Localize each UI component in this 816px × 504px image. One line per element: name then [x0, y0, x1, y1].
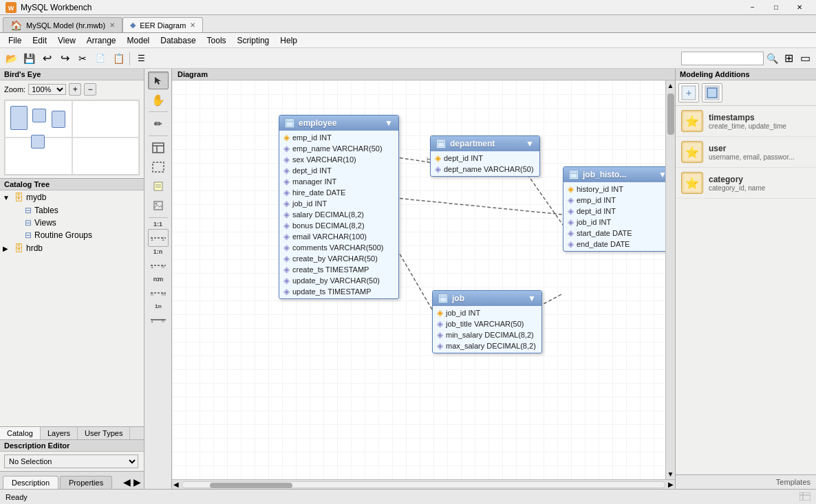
minimize-button[interactable]: − — [742, 1, 764, 14]
menu-database[interactable]: Database — [155, 34, 201, 47]
menu-view[interactable]: View — [52, 34, 81, 47]
table-employee-expand[interactable]: ▼ — [385, 118, 393, 128]
search-input[interactable] — [681, 52, 764, 65]
tool-rel-1n-id[interactable]: 1n — [148, 311, 169, 329]
h-scroll-thumb[interactable] — [210, 483, 292, 488]
home-icon: 🏠 — [10, 20, 22, 31]
field-manager: ◈manager INT — [279, 176, 398, 187]
table-department[interactable]: department ▼ ◈dept_id INT ◈dept_name VAR… — [430, 135, 540, 177]
prev-tab-arrow[interactable]: ◀ — [123, 476, 131, 487]
status-right — [799, 492, 810, 502]
table-employee[interactable]: employee ▼ ◈emp_id INT ◈emp_name VARCHAR… — [279, 115, 399, 299]
tab-home-close[interactable]: ✕ — [109, 21, 115, 29]
tool-view[interactable] — [148, 158, 169, 176]
tree-item-mydb[interactable]: ▼ 🗄 mydb — [0, 190, 144, 204]
table-dept-expand[interactable]: ▼ — [526, 139, 534, 149]
template-user[interactable]: ⭐ user username, email, passwor... — [676, 137, 816, 168]
zoom-out-button[interactable]: − — [84, 83, 96, 96]
h-scroll-track[interactable] — [182, 481, 665, 488]
tab-eer[interactable]: ◆ EER Diagram ✕ — [122, 17, 203, 32]
model-icon-add[interactable]: + — [678, 83, 699, 102]
toolbar-save[interactable]: 💾 — [21, 50, 37, 67]
h-scroll-left[interactable]: ◀ — [172, 481, 180, 488]
tool-table[interactable] — [148, 139, 169, 157]
toolbar-redo-btn[interactable]: ↪ — [56, 50, 73, 67]
table-job-body: ◈job_id INT ◈job_title VARCHAR(50) ◈min_… — [433, 306, 541, 353]
next-tab-arrow[interactable]: ▶ — [133, 476, 141, 487]
menu-help[interactable]: Help — [275, 34, 303, 47]
v-scroll-down[interactable]: ▼ — [666, 469, 675, 479]
menu-tools[interactable]: Tools — [202, 34, 232, 47]
birds-eye-header: Bird's Eye — [0, 69, 144, 80]
vertical-scrollbar[interactable]: ▲ ▼ — [665, 80, 675, 479]
model-icons-row: + — [676, 80, 816, 106]
zoom-select[interactable]: 100% 50% 75% 125% 150% — [28, 84, 66, 95]
modeling-additions-label: Modeling Additions — [680, 70, 750, 78]
v-scroll-thumb[interactable] — [667, 94, 674, 135]
template-timestamps[interactable]: ⭐ timestamps create_time, update_time — [676, 106, 816, 137]
thumbnail-cell-tr — [72, 100, 140, 138]
toolbar-separator — [129, 52, 130, 65]
tool-rel-1n[interactable]: 1n — [148, 256, 169, 274]
menu-scripting[interactable]: Scripting — [232, 34, 275, 47]
diagram-canvas[interactable]: || ⊢| employee ▼ ◈emp_id INT ◈em — [172, 80, 665, 479]
layout-toggle2[interactable]: ▭ — [797, 50, 813, 67]
table-job-header[interactable]: job ▼ — [433, 291, 541, 306]
table-job-name: job — [452, 294, 524, 303]
model-icon-extra[interactable] — [702, 83, 722, 102]
field-jh-job_id: ◈job_id INT — [563, 217, 665, 228]
tool-hand[interactable]: ✋ — [148, 91, 169, 109]
expand-hrdb[interactable]: ▶ — [3, 245, 11, 252]
expand-mydb[interactable]: ▼ — [3, 194, 11, 201]
tool-note[interactable] — [148, 177, 169, 195]
toolbar-paste[interactable]: 📋 — [110, 50, 127, 67]
close-button[interactable]: ✕ — [788, 1, 810, 14]
menu-file[interactable]: File — [3, 34, 27, 47]
maximize-button[interactable]: □ — [765, 1, 787, 14]
tree-item-views[interactable]: ⊟ Views — [11, 217, 144, 229]
toolbar-copy[interactable]: 📄 — [92, 50, 109, 67]
bottom-tab-properties[interactable]: Properties — [60, 476, 112, 489]
field-comments: ◈comments VARCHAR(500) — [279, 242, 398, 253]
tool-pencil[interactable]: ✏ — [148, 115, 169, 133]
table-jh-expand[interactable]: ▼ — [658, 170, 665, 179]
catalog-tab-layers[interactable]: Layers — [41, 427, 78, 439]
table-jh-header[interactable]: job_histo... ▼ — [563, 167, 665, 182]
catalog-tab-usertypes[interactable]: User Types — [78, 427, 130, 439]
table-job-icon — [438, 294, 448, 303]
horizontal-scrollbar[interactable]: ◀ ▶ — [172, 479, 675, 489]
toolbar-new[interactable]: 📂 — [3, 50, 19, 67]
toolbar-extra[interactable]: ☰ — [133, 50, 149, 67]
catalog-tab-catalog[interactable]: Catalog — [0, 427, 41, 439]
menu-edit[interactable]: Edit — [27, 34, 52, 47]
h-scroll-right[interactable]: ▶ — [667, 481, 675, 488]
tree-item-hrdb[interactable]: ▶ 🗄 hrdb — [0, 241, 144, 255]
table-department-header[interactable]: department ▼ — [431, 136, 539, 151]
table-job-history[interactable]: job_histo... ▼ ◈history_id INT ◈emp_id I… — [563, 166, 665, 252]
layout-toggle[interactable]: ⊞ — [780, 50, 797, 67]
template-category[interactable]: ⭐ category category_id, name — [676, 168, 816, 199]
zoom-in-button[interactable]: + — [69, 83, 81, 96]
table-employee-header[interactable]: employee ▼ — [279, 116, 398, 131]
bottom-tab-description[interactable]: Description — [3, 476, 58, 489]
template-timestamps-icon: ⭐ — [681, 110, 703, 132]
toolbar-undo-btn[interactable]: ↩ — [39, 50, 55, 67]
tab-home[interactable]: 🏠 MySQL Model (hr.mwb) ✕ — [3, 17, 122, 32]
v-scroll-up[interactable]: ▲ — [666, 80, 675, 91]
description-select[interactable]: No Selection — [4, 454, 138, 468]
field-jh-emp_id: ◈emp_id INT — [563, 195, 665, 206]
tab-eer-close[interactable]: ✕ — [190, 21, 195, 29]
toolbar: 📂 💾 ↩ ↪ ✂ 📄 📋 ☰ 🔍 ⊞ ▭ — [0, 48, 816, 69]
tool-rel-nm[interactable]: nm — [148, 284, 169, 302]
tool-image[interactable] — [148, 197, 169, 215]
tool-rel-11[interactable]: 11 — [148, 229, 169, 247]
search-button[interactable]: 🔍 — [764, 50, 780, 67]
table-job[interactable]: job ▼ ◈job_id INT ◈job_title VARCHAR(50)… — [432, 290, 542, 353]
menu-arrange[interactable]: Arrange — [81, 34, 122, 47]
tool-cursor[interactable] — [148, 72, 169, 89]
menu-model[interactable]: Model — [122, 34, 155, 47]
toolbar-cut[interactable]: ✂ — [74, 50, 91, 67]
table-job-expand[interactable]: ▼ — [528, 294, 536, 303]
tree-item-routines[interactable]: ⊟ Routine Groups — [11, 229, 144, 241]
tree-item-tables[interactable]: ⊟ Tables — [11, 204, 144, 217]
